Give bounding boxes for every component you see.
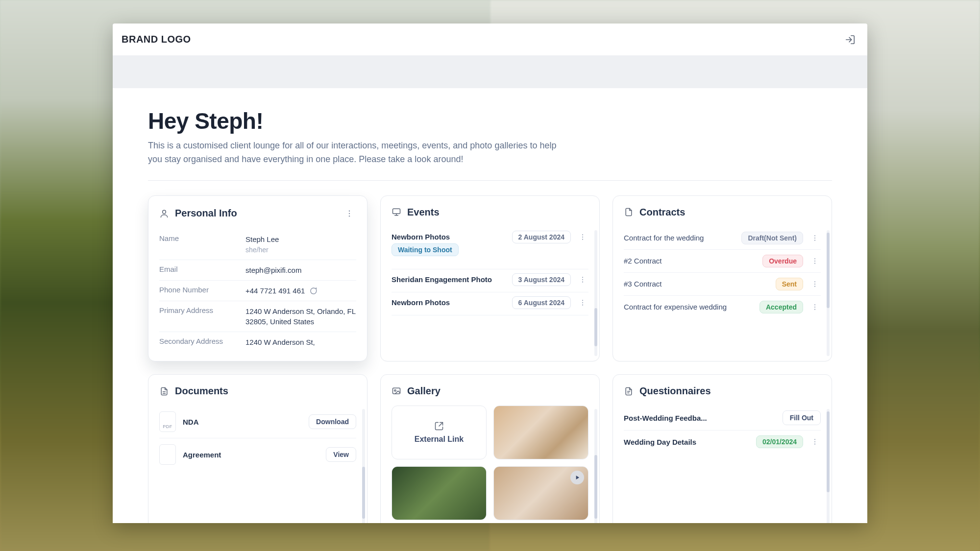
questionnaires-scrollbar[interactable] (827, 409, 830, 523)
svg-point-20 (814, 281, 815, 282)
event-name: Newborn Photos (392, 298, 506, 307)
event-menu-button[interactable] (577, 274, 588, 286)
logout-button[interactable] (842, 31, 858, 48)
gallery-thumbnail[interactable] (493, 406, 588, 459)
contract-menu-button[interactable] (809, 278, 821, 290)
svg-point-11 (582, 300, 583, 301)
card-gallery: Gallery External Link (380, 374, 600, 523)
svg-point-0 (163, 210, 166, 214)
download-button[interactable]: Download (309, 414, 356, 429)
contract-name: #3 Contract (624, 280, 770, 288)
event-menu-button[interactable] (577, 231, 588, 243)
questionnaire-menu-button[interactable] (809, 436, 821, 448)
event-date-pill: 3 August 2024 (512, 273, 571, 286)
value-phone: +44 7721 491 461 (245, 286, 305, 296)
svg-point-18 (814, 261, 815, 262)
documents-scrollbar[interactable] (362, 409, 365, 523)
event-status-pill: Waiting to Shoot (392, 243, 459, 256)
contract-row[interactable]: #3 Contract Sent (624, 272, 821, 295)
field-secondary-address: Secondary Address 1240 W Anderson St, (159, 332, 356, 352)
user-icon (159, 209, 169, 218)
label-name: Name (159, 234, 238, 255)
card-title: Documents (175, 385, 228, 397)
event-item[interactable]: Newborn Photos 2 August 2024 Waiting to … (392, 227, 588, 269)
svg-point-10 (582, 281, 583, 282)
svg-point-27 (394, 390, 396, 391)
chat-icon[interactable] (309, 287, 318, 295)
brand-logo: BRAND LOGO (122, 34, 191, 45)
card-questionnaires: Questionnaires Post-Wedding Feedba... Fi… (612, 374, 832, 523)
svg-point-3 (349, 216, 350, 216)
card-documents: Documents PDF NDA Download Agreement Vie… (148, 374, 368, 523)
event-name: Sheridan Engagement Photo (392, 275, 506, 284)
gallery-scrollbar[interactable] (594, 409, 597, 523)
svg-point-29 (814, 441, 815, 442)
contract-row[interactable]: Contract for expensive wedding Accepted (624, 295, 821, 318)
svg-point-23 (814, 304, 815, 305)
field-primary-address: Primary Address 1240 W Anderson St, Orla… (159, 301, 356, 332)
form-icon (624, 386, 634, 396)
contract-row[interactable]: Contract for the wedding Draft(Not Sent) (624, 227, 821, 249)
contract-status-pill: Sent (776, 278, 803, 290)
questionnaire-row[interactable]: Post-Wedding Feedba... Fill Out (624, 406, 821, 430)
svg-point-28 (814, 439, 815, 440)
events-scrollbar[interactable] (594, 230, 597, 357)
divider (148, 180, 832, 181)
event-item[interactable]: Newborn Photos 6 August 2024 (392, 292, 588, 315)
svg-point-14 (814, 235, 815, 236)
field-phone: Phone Number +44 7721 491 461 (159, 280, 356, 301)
contract-menu-button[interactable] (809, 301, 821, 313)
pdf-file-icon: PDF (159, 411, 176, 432)
event-date-pill: 2 August 2024 (512, 231, 571, 243)
card-contracts: Contracts Contract for the wedding Draft… (612, 195, 832, 362)
value-name: Steph Lee (245, 235, 279, 243)
svg-point-9 (582, 279, 583, 280)
svg-point-15 (814, 238, 815, 239)
svg-point-7 (582, 239, 583, 240)
contracts-scrollbar[interactable] (827, 230, 830, 357)
event-item[interactable]: Sheridan Engagement Photo 3 August 2024 (392, 269, 588, 292)
page-greeting: Hey Steph! (148, 108, 832, 134)
fill-out-button[interactable]: Fill Out (783, 410, 821, 425)
view-button[interactable]: View (326, 447, 356, 462)
gallery-video-thumbnail[interactable] (493, 466, 588, 520)
card-grid: Personal Info Name Steph Lee she/her (148, 195, 832, 523)
document-row: Agreement View (159, 438, 356, 471)
contract-status-pill: Draft(Not Sent) (741, 232, 803, 244)
svg-point-25 (814, 309, 815, 310)
card-title: Personal Info (175, 208, 237, 219)
kebab-icon (345, 209, 354, 218)
exit-icon (845, 34, 856, 45)
contract-status-pill: Overdue (762, 255, 803, 267)
contract-name: Contract for the wedding (624, 234, 735, 242)
card-title: Questionnaires (639, 385, 711, 397)
external-link-icon (434, 421, 444, 431)
card-personal-info: Personal Info Name Steph Lee she/her (148, 195, 368, 362)
contract-menu-button[interactable] (809, 255, 821, 267)
document-icon (159, 386, 169, 396)
monitor-icon (392, 207, 401, 217)
questionnaire-row[interactable]: Wedding Day Details 02/01/2024 (624, 430, 821, 453)
svg-point-2 (349, 213, 350, 214)
header-banner (113, 56, 867, 88)
svg-point-1 (349, 210, 350, 211)
field-name: Name Steph Lee she/her (159, 229, 356, 260)
card-title: Gallery (407, 385, 441, 397)
value-primary: 1240 W Anderson St, Orlando, FL 32805, U… (245, 306, 356, 327)
card-title: Events (407, 207, 440, 218)
page-intro: This is a customised client lounge for a… (148, 139, 569, 167)
svg-point-24 (814, 307, 815, 308)
field-email: Email steph@pixifi.com (159, 260, 356, 280)
personal-menu-button[interactable] (343, 207, 356, 220)
svg-point-16 (814, 240, 815, 240)
contract-menu-button[interactable] (809, 232, 821, 244)
gallery-external-link[interactable]: External Link (392, 406, 487, 459)
svg-point-6 (582, 237, 583, 238)
contract-row[interactable]: #2 Contract Overdue (624, 249, 821, 272)
gallery-thumbnail[interactable] (392, 466, 487, 520)
document-name: Agreement (183, 451, 319, 459)
svg-point-30 (814, 444, 815, 445)
svg-point-22 (814, 286, 815, 287)
event-menu-button[interactable] (577, 297, 588, 309)
svg-point-21 (814, 284, 815, 285)
